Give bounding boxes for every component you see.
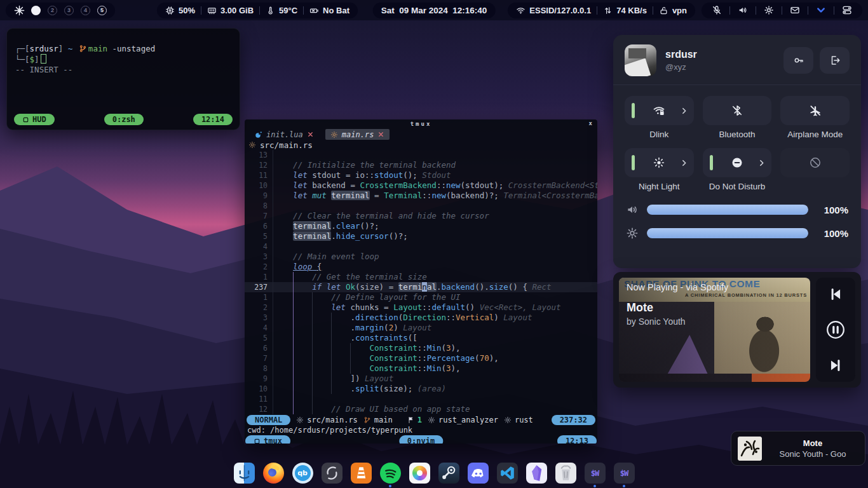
toggle-cell: [780, 148, 850, 192]
pause-button[interactable]: [825, 320, 846, 340]
volume-slider-row: 100%: [626, 203, 848, 216]
tmux-session-pill[interactable]: tmux: [245, 435, 290, 444]
gear-icon[interactable]: [764, 5, 774, 15]
tab-init-lua[interactable]: init.lua: [250, 129, 319, 140]
toggles-icon[interactable]: [842, 5, 852, 15]
chevron-down-icon[interactable]: [816, 5, 826, 15]
toggle-dlink[interactable]: [625, 96, 694, 125]
window-titlebar[interactable]: tmuxx: [245, 119, 597, 128]
desktop: 2345 50% 3.00 GiB 59°C No Bat Sat 09 Mar…: [0, 0, 868, 488]
volume-slider[interactable]: [647, 205, 808, 215]
dock-item-photos[interactable]: [409, 463, 430, 484]
toggle-airplane-mode[interactable]: [780, 96, 850, 125]
dock-item-file-manager[interactable]: [234, 463, 255, 484]
rust-file-icon: [330, 131, 338, 139]
dock-item-wallet-2[interactable]: $W: [614, 463, 635, 484]
lock-keys-button[interactable]: [783, 47, 813, 74]
previous-track-button[interactable]: [827, 286, 844, 302]
dock-item-obs[interactable]: [322, 463, 342, 484]
toggle-cell: Night Light: [625, 148, 694, 192]
brightness-slider[interactable]: [647, 228, 808, 238]
workspace-4[interactable]: 4: [81, 6, 90, 15]
next-track-button[interactable]: [827, 357, 844, 374]
dock-item-vlc[interactable]: [351, 463, 372, 484]
indent-guide: [312, 292, 313, 414]
dock-item-wallet-1[interactable]: $W: [585, 463, 606, 484]
brightness-value: 100%: [817, 228, 848, 239]
breadcrumb: src/main.rs: [245, 140, 597, 150]
rust-icon: [504, 416, 512, 424]
user-handle: @xyz: [665, 62, 775, 72]
mail-icon[interactable]: [790, 5, 800, 15]
toggle-bluetooth[interactable]: [703, 96, 772, 125]
code-line: 6 Constraint::Min(3),: [245, 343, 597, 353]
code-line: 3 .direction(Direction::Vertical) Layout: [245, 313, 597, 323]
code-line-current: 237 if let Ok(size) = terminal.backend()…: [245, 282, 597, 292]
workspace-1[interactable]: [31, 6, 41, 15]
dock-item-steam[interactable]: [438, 463, 459, 484]
clock[interactable]: Sat 09 Mar 2024 12:16:40: [373, 3, 496, 18]
running-indicator: [623, 485, 625, 487]
editor-window[interactable]: tmuxx init.lua main.rs src/main.rs 1312 …: [245, 119, 597, 444]
code-area[interactable]: 1312 // Initialize the terminal backend1…: [245, 150, 597, 414]
speaker-icon[interactable]: [738, 5, 748, 15]
dock-item-qbittorrent[interactable]: qb: [292, 463, 313, 484]
prohibit-icon: [809, 156, 822, 169]
mic-muted-icon[interactable]: [712, 5, 722, 15]
media-notification[interactable]: Mote Sonic Youth - Goo: [731, 431, 865, 466]
indent-guide: [331, 313, 332, 394]
chevron-right-icon[interactable]: [680, 158, 688, 166]
network-island[interactable]: ESSID/127.0.0.1 74 KB/s vpn: [508, 3, 695, 18]
gear-icon: [626, 227, 639, 240]
now-playing-label: Now Playing - via Spotify: [627, 282, 728, 292]
tmux-window-pill[interactable]: 0:zsh: [104, 114, 144, 125]
tmux-window-pill[interactable]: 0:nvim: [399, 435, 443, 444]
system-stats-island: 50% 3.00 GiB 59°C No Bat: [157, 3, 358, 18]
session-icon: [254, 438, 261, 444]
workspace-5[interactable]: 5: [97, 6, 107, 15]
net-speed: 74 KB/s: [603, 6, 647, 15]
chevron-right-icon[interactable]: [757, 158, 766, 166]
system-tray: [702, 3, 862, 18]
terminal-window[interactable]: ┌─[srdusr] ~ main -unstaged └─[$] -- INS…: [6, 28, 240, 130]
toggle-night-light[interactable]: [625, 148, 694, 177]
tab-main-rs[interactable]: main.rs: [325, 129, 390, 140]
sun-icon: [653, 156, 665, 169]
tmux-session-pill[interactable]: HUD: [14, 114, 55, 125]
code-line: 6 terminal.clear()?;: [245, 221, 597, 231]
dock-item-vscode[interactable]: [497, 463, 518, 484]
mode-pill: NORMAL: [247, 415, 290, 425]
toggle-cell: Do Not Disturb: [703, 148, 772, 192]
dock-item-spotify[interactable]: [380, 463, 401, 484]
toggle-do-not-disturb[interactable]: [703, 148, 772, 177]
workspace-2[interactable]: 2: [48, 6, 57, 15]
track-title: Mote: [627, 301, 653, 315]
window-close-button[interactable]: x: [589, 120, 592, 126]
code-line: 10 .split(size); (area): [245, 384, 597, 394]
thermometer-icon: [266, 6, 275, 15]
memory-icon: [207, 6, 217, 15]
buffer-tabbar: init.lua main.rs: [245, 128, 597, 140]
chevron-right-icon[interactable]: [680, 106, 688, 114]
slider-fill: [647, 228, 808, 238]
wifi-status[interactable]: ESSID/127.0.0.1: [516, 6, 591, 15]
tmux-clock-pill: 12:13: [557, 435, 597, 444]
workspace-3[interactable]: 3: [64, 6, 74, 15]
key-icon: [793, 55, 804, 66]
toggle-label: Airplane Mode: [787, 130, 843, 140]
launcher-logo-icon[interactable]: [14, 5, 25, 16]
dock-item-obsidian[interactable]: [526, 463, 547, 484]
tab-close-icon[interactable]: [307, 131, 314, 138]
toggle-cell: Airplane Mode: [780, 96, 850, 140]
airplane-off-icon: [809, 104, 822, 117]
dock-item-trash[interactable]: [555, 463, 576, 484]
tab-close-icon[interactable]: [377, 131, 384, 138]
toggle-cell: Dlink: [625, 96, 694, 140]
logout-button[interactable]: [820, 47, 850, 74]
vpn-status[interactable]: vpn: [659, 6, 687, 15]
toggle-prohibit[interactable]: [780, 148, 850, 177]
dock-item-discord[interactable]: [468, 463, 489, 484]
album-art[interactable]: SHAPE OF PUNK TO COME A CHIMERICAL BOMBI…: [619, 278, 810, 382]
quick-toggles: DlinkBluetoothAirplane ModeNight LightDo…: [613, 85, 861, 194]
dock-item-firefox[interactable]: [263, 463, 284, 484]
